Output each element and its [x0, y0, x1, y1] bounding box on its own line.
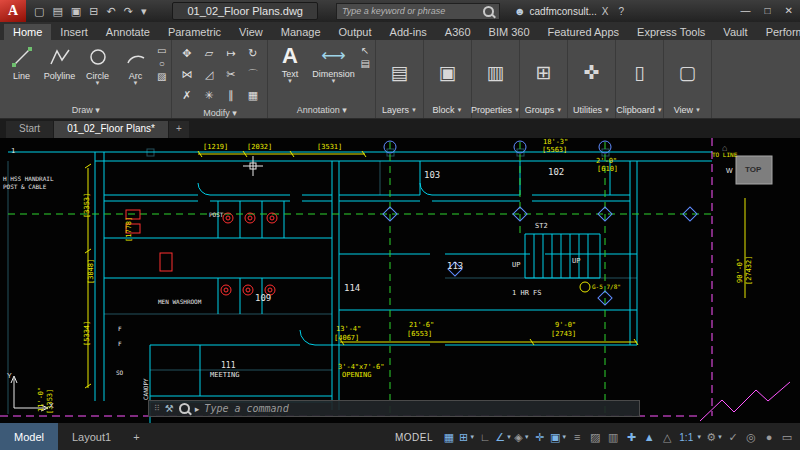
- graphics-performance-icon[interactable]: ●: [760, 427, 778, 447]
- clean-screen-icon[interactable]: ▭: [778, 427, 796, 447]
- viewcube-west-label[interactable]: W: [726, 167, 733, 174]
- new-layout-button[interactable]: +: [125, 423, 147, 450]
- dimension-button[interactable]: ⟷ Dimension ▼: [309, 42, 357, 105]
- drag-handle-icon[interactable]: ⠿: [154, 404, 160, 413]
- copy-button[interactable]: ▱: [198, 43, 219, 63]
- ribbon-tab-view[interactable]: View: [230, 24, 272, 40]
- hatch-tool-icon[interactable]: ▨: [157, 72, 166, 82]
- help-icon[interactable]: ?: [614, 6, 630, 17]
- search-input[interactable]: Type a keyword or phrase: [336, 3, 500, 20]
- polar-tracking-icon[interactable]: ∠▼: [494, 427, 513, 447]
- search-icon[interactable]: [483, 6, 494, 17]
- ribbon-tab-performance[interactable]: Performance: [757, 24, 800, 40]
- clipboard-panel-button[interactable]: ▯Clipboard▼: [616, 40, 664, 118]
- ortho-icon[interactable]: ∟: [476, 427, 494, 447]
- app-store-icon[interactable]: X: [597, 6, 614, 17]
- groups-panel-button[interactable]: ⊞Groups▼: [520, 40, 568, 118]
- chevron-down-icon[interactable]: ▼: [133, 81, 139, 86]
- save-icon[interactable]: ▣: [67, 0, 85, 22]
- array-button[interactable]: ▦: [242, 85, 263, 105]
- command-input[interactable]: Type a command: [204, 403, 288, 414]
- plot-icon[interactable]: ⊟: [85, 0, 102, 22]
- chevron-down-icon[interactable]: ▼: [330, 79, 336, 84]
- file-tab-01-02-floor-plans[interactable]: 01_02_Floor Plans*: [54, 121, 168, 138]
- layout-tab-model[interactable]: Model: [0, 423, 58, 450]
- selection-cycling-icon[interactable]: ▥: [604, 427, 622, 447]
- ribbon-tab-a360[interactable]: A360: [436, 24, 480, 40]
- command-search-icon[interactable]: [179, 403, 190, 414]
- redo-icon[interactable]: ↷: [120, 0, 137, 22]
- viewcube-home-icon[interactable]: ⌂: [722, 143, 727, 153]
- ribbon-tab-add-ins[interactable]: Add-ins: [381, 24, 436, 40]
- annotation-scale-button[interactable]: 1:1▼: [676, 432, 705, 443]
- utilities-panel-button[interactable]: ✜Utilities▼: [568, 40, 616, 118]
- block-panel-button[interactable]: ▣Block▼: [424, 40, 472, 118]
- qat-menu-icon[interactable]: ▾: [137, 0, 151, 22]
- close-button[interactable]: ✕: [778, 0, 800, 22]
- layout-tab-layout1[interactable]: Layout1: [58, 423, 125, 450]
- explode-button[interactable]: ✳: [198, 85, 219, 105]
- open-file-icon[interactable]: ▤: [48, 0, 66, 22]
- rotate-button[interactable]: ↻: [242, 43, 263, 63]
- ribbon-tab-manage[interactable]: Manage: [272, 24, 330, 40]
- transparency-icon[interactable]: ▨: [586, 427, 604, 447]
- annotation-panel-label[interactable]: Annotation ▾: [268, 105, 374, 118]
- ellipse-tool-icon[interactable]: ○: [157, 59, 166, 69]
- file-tab-start[interactable]: Start: [6, 121, 53, 138]
- fillet-button[interactable]: ⌒: [242, 64, 263, 84]
- ribbon-tab-express-tools[interactable]: Express Tools: [628, 24, 714, 40]
- table-tool-icon[interactable]: ▤: [360, 59, 369, 69]
- rectangle-tool-icon[interactable]: ▭: [157, 46, 166, 56]
- ribbon-tab-vault[interactable]: Vault: [714, 24, 756, 40]
- app-menu-button[interactable]: A: [0, 0, 26, 22]
- signin-button[interactable]: ☻ cadfmconsult...: [514, 5, 597, 17]
- draw-panel-label[interactable]: Draw ▾: [0, 105, 171, 118]
- ribbon-tab-output[interactable]: Output: [330, 24, 381, 40]
- snap-icon[interactable]: ⊞▼: [458, 427, 476, 447]
- autoscale-icon[interactable]: △: [658, 427, 676, 447]
- view-panel-button[interactable]: ▢View▼: [664, 40, 712, 118]
- object-snap-icon[interactable]: ▣▼: [549, 427, 568, 447]
- undo-icon[interactable]: ↶: [102, 0, 119, 22]
- properties-panel-button[interactable]: ▥Properties▼: [472, 40, 520, 118]
- layers-panel-button[interactable]: ▤Layers▼: [376, 40, 424, 118]
- polyline-button[interactable]: Polyline: [41, 42, 78, 105]
- drawing-canvas[interactable]: [1219][2032][3531]18'-3"[5563]2'-0"[610]…: [0, 138, 800, 423]
- new-file-icon[interactable]: ▢: [30, 0, 48, 22]
- move-button[interactable]: ✥: [176, 43, 197, 63]
- trim-button[interactable]: ✂: [220, 64, 241, 84]
- viewcube[interactable]: TOP: [745, 165, 761, 174]
- minimize-button[interactable]: —: [734, 0, 758, 22]
- ribbon-tab-parametric[interactable]: Parametric: [159, 24, 230, 40]
- annotation-visibility-icon[interactable]: ▲: [640, 427, 658, 447]
- dynamic-input-icon[interactable]: ✚: [622, 427, 640, 447]
- erase-button[interactable]: ✗: [176, 85, 197, 105]
- line-button[interactable]: Line: [3, 42, 40, 105]
- mirror-button[interactable]: ⋈: [176, 64, 197, 84]
- isolate-objects-icon[interactable]: ◎: [742, 427, 760, 447]
- ribbon-tab-annotate[interactable]: Annotate: [97, 24, 159, 40]
- lineweight-icon[interactable]: ≡: [568, 427, 586, 447]
- workspace-switching-icon[interactable]: ⚙▼: [705, 427, 724, 447]
- customize-icon[interactable]: ⚒: [165, 403, 174, 414]
- stretch-button[interactable]: ↦: [220, 43, 241, 63]
- leader-tool-icon[interactable]: ↖: [360, 46, 369, 56]
- space-label[interactable]: MODEL: [395, 432, 433, 443]
- maximize-button[interactable]: □: [758, 0, 778, 22]
- text-button[interactable]: A Text ▼: [271, 42, 308, 105]
- chevron-down-icon[interactable]: ▼: [95, 81, 101, 86]
- command-line[interactable]: ⠿ ⚒ ▸ Type a command: [148, 400, 640, 417]
- scale-button[interactable]: ◿: [198, 64, 219, 84]
- offset-button[interactable]: ∥: [220, 85, 241, 105]
- modify-panel-label[interactable]: Modify ▾: [172, 108, 267, 118]
- isometric-drafting-icon[interactable]: ◈▼: [513, 427, 531, 447]
- new-drawing-tab-button[interactable]: +: [169, 121, 189, 138]
- ribbon-tab-home[interactable]: Home: [4, 24, 51, 40]
- chevron-down-icon[interactable]: ▼: [287, 79, 293, 84]
- ribbon-tab-featured-apps[interactable]: Featured Apps: [539, 24, 629, 40]
- object-snap-tracking-icon[interactable]: ✛: [531, 427, 549, 447]
- ribbon-tab-insert[interactable]: Insert: [51, 24, 97, 40]
- arc-button[interactable]: Arc ▼: [117, 42, 154, 105]
- annotation-monitor-icon[interactable]: ✓: [724, 427, 742, 447]
- circle-button[interactable]: Circle ▼: [79, 42, 116, 105]
